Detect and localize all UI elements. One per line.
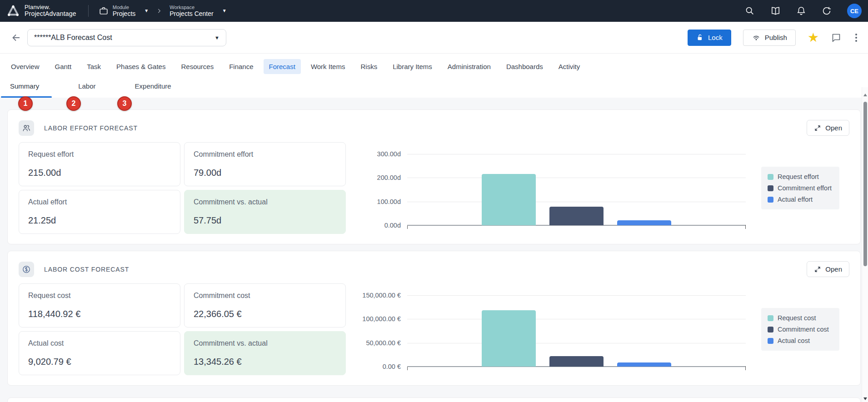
dollar-icon bbox=[19, 262, 34, 277]
publish-button[interactable]: Publish bbox=[743, 30, 796, 46]
refresh-icon[interactable] bbox=[822, 6, 832, 16]
brand-name: Planview. ProjectAdvantage bbox=[25, 4, 76, 18]
module-selector[interactable]: Module Projects ▼ bbox=[99, 5, 149, 18]
chevron-down-icon: ▼ bbox=[144, 8, 149, 13]
chart-legend: Request costCommitment costActual cost bbox=[761, 308, 839, 351]
metric-card-actual-cost: Actual cost 9,020.79 € bbox=[19, 331, 180, 375]
vertical-scrollbar[interactable] bbox=[862, 87, 868, 402]
metric-card-actual-effort: Actual effort 21.25d bbox=[19, 190, 180, 234]
y-axis-tick-label: 150,000.00 € bbox=[342, 292, 401, 299]
y-axis-tick-label: 0.00d bbox=[342, 222, 401, 229]
bar-request-cost bbox=[482, 310, 536, 367]
workspace-selector[interactable]: Workspace Projects Center ▼ bbox=[170, 5, 226, 18]
unlock-icon bbox=[696, 34, 704, 41]
documentation-book-icon[interactable] bbox=[770, 6, 781, 16]
section-title: LABOR COST FORECAST bbox=[44, 266, 129, 273]
tab-activity[interactable]: Activity bbox=[553, 59, 586, 74]
labor-cost-forecast-section: LABOR COST FORECAST Open Request cost 11… bbox=[7, 251, 861, 386]
module-value: Projects bbox=[113, 10, 136, 17]
legend-color-chip bbox=[768, 338, 773, 344]
y-axis-tick-label: 0.00 € bbox=[342, 363, 401, 370]
y-axis-tick-label: 300.00d bbox=[342, 150, 401, 158]
legend-item: Actual effort bbox=[768, 196, 833, 203]
search-icon[interactable] bbox=[745, 6, 755, 16]
legend-item: Request effort bbox=[768, 173, 833, 180]
back-arrow-icon[interactable] bbox=[11, 32, 22, 43]
metric-card-commitment-cost: Commitment cost 22,366.05 € bbox=[184, 283, 346, 328]
comment-icon[interactable] bbox=[831, 32, 842, 43]
favorite-star-icon[interactable]: ★ bbox=[808, 31, 819, 44]
subtab-expenditure[interactable]: Expenditure bbox=[129, 79, 178, 98]
labor-effort-forecast-section: LABOR EFFORT FORECAST Open Request effor… bbox=[7, 109, 861, 244]
lock-button[interactable]: Lock bbox=[688, 30, 731, 46]
scrollbar-down-arrow[interactable] bbox=[863, 397, 867, 400]
broadcast-icon bbox=[752, 34, 761, 42]
more-options-kebab-icon[interactable] bbox=[853, 32, 859, 44]
tab-administration[interactable]: Administration bbox=[442, 59, 496, 74]
item-toolbar: ******ALB Forecast Cost ▼ Lock Publish ★ bbox=[0, 22, 868, 54]
forecast-summary-content: LABOR EFFORT FORECAST Open Request effor… bbox=[0, 98, 868, 402]
legend-color-chip bbox=[768, 174, 773, 180]
legend-item: Commitment effort bbox=[768, 184, 833, 192]
legend-item: Commitment cost bbox=[768, 326, 833, 333]
annotation-badge-1: 1 bbox=[18, 96, 33, 111]
user-avatar[interactable]: CE bbox=[847, 4, 862, 18]
tab-overview[interactable]: Overview bbox=[5, 59, 45, 74]
bar-actual-cost bbox=[617, 362, 671, 367]
module-label: Module bbox=[113, 5, 136, 10]
open-labor-cost-button[interactable]: Open bbox=[807, 261, 849, 277]
tab-resources[interactable]: Resources bbox=[175, 59, 219, 74]
subtab-labor[interactable]: Labor bbox=[72, 79, 102, 98]
bar-commitment-effort bbox=[549, 207, 604, 225]
section-title: LABOR EFFORT FORECAST bbox=[44, 124, 138, 132]
tab-work-items[interactable]: Work Items bbox=[305, 59, 351, 74]
y-axis-tick-label: 100.00d bbox=[342, 198, 401, 205]
workspace-value: Projects Center bbox=[170, 10, 213, 17]
scrollbar-thumb[interactable] bbox=[863, 102, 867, 266]
bar-actual-effort bbox=[617, 220, 671, 225]
tab-task[interactable]: Task bbox=[81, 59, 106, 74]
metric-card-commitment-vs-actual-cost: Commitment vs. actual 13,345.26 € bbox=[184, 331, 346, 375]
subtab-summary[interactable]: Summary bbox=[4, 79, 45, 98]
bar-commitment-cost bbox=[549, 356, 604, 367]
legend-color-chip bbox=[768, 315, 773, 321]
tab-gantt[interactable]: Gantt bbox=[50, 59, 77, 74]
main-tab-bar: Overview Gantt Task Phases & Gates Resou… bbox=[0, 54, 868, 79]
briefcase-icon bbox=[99, 6, 109, 16]
expand-icon bbox=[814, 124, 821, 132]
legend-color-chip bbox=[768, 185, 773, 191]
forecast-subtab-bar: Summary Labor Expenditure 1 2 3 bbox=[0, 79, 868, 98]
tab-finance[interactable]: Finance bbox=[224, 59, 259, 74]
notifications-bell-icon[interactable] bbox=[796, 6, 806, 16]
open-labor-effort-button[interactable]: Open bbox=[807, 120, 849, 136]
legend-color-chip bbox=[768, 327, 773, 333]
annotation-badge-3: 3 bbox=[117, 96, 132, 111]
item-title: ******ALB Forecast Cost bbox=[34, 34, 112, 42]
effort-metric-cards: Request effort 215.00d Commitment effort… bbox=[19, 142, 346, 234]
chart-plot-area: 150,000.00 €100,000.00 €50,000.00 €0.00 … bbox=[407, 295, 746, 367]
chart-plot-area: 300.00d200.00d100.00d0.00d bbox=[407, 154, 746, 225]
y-axis-tick-label: 200.00d bbox=[342, 174, 401, 181]
legend-color-chip bbox=[768, 197, 773, 203]
breadcrumb-chevron-icon bbox=[156, 8, 162, 14]
next-forecast-section-partial bbox=[7, 397, 861, 402]
bar-request-effort bbox=[482, 174, 536, 225]
metric-card-request-effort: Request effort 215.00d bbox=[19, 142, 180, 186]
scrollbar-up-arrow[interactable] bbox=[863, 94, 867, 96]
expand-icon bbox=[814, 266, 821, 273]
tab-phases-gates[interactable]: Phases & Gates bbox=[111, 59, 171, 74]
tab-dashboards[interactable]: Dashboards bbox=[501, 59, 549, 74]
y-axis-tick-label: 50,000.00 € bbox=[342, 339, 401, 347]
divider bbox=[88, 5, 89, 17]
labor-cost-bar-chart: 150,000.00 €100,000.00 €50,000.00 €0.00 … bbox=[346, 283, 849, 375]
item-title-dropdown[interactable]: ******ALB Forecast Cost ▼ bbox=[27, 29, 226, 46]
tab-risks[interactable]: Risks bbox=[355, 59, 383, 74]
tab-library-items[interactable]: Library Items bbox=[387, 59, 438, 74]
chevron-down-icon: ▼ bbox=[222, 8, 227, 13]
metric-card-request-cost: Request cost 118,440.92 € bbox=[19, 283, 180, 328]
top-navigation-bar: Planview. ProjectAdvantage Module Projec… bbox=[0, 0, 868, 22]
tab-forecast[interactable]: Forecast bbox=[264, 59, 301, 74]
planview-logo: Planview. ProjectAdvantage bbox=[6, 4, 76, 18]
chevron-down-icon: ▼ bbox=[215, 35, 219, 40]
y-axis-tick-label: 100,000.00 € bbox=[342, 315, 401, 323]
